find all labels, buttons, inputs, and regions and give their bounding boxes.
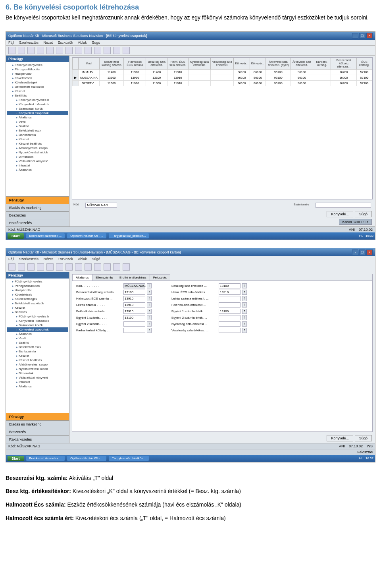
undo-icon[interactable] bbox=[56, 47, 63, 54]
tree-item[interactable]: Afakönyvelési csopo bbox=[7, 362, 68, 367]
menu-file[interactable]: Fájl bbox=[8, 41, 14, 44]
button-konyvele[interactable]: Könyvelé... bbox=[327, 211, 353, 217]
copy-icon[interactable] bbox=[37, 47, 44, 54]
field-input[interactable] bbox=[219, 328, 241, 333]
table-cell[interactable]: 57100 bbox=[356, 81, 372, 86]
table-cell[interactable]: 13100 bbox=[146, 75, 167, 81]
lookup-icon[interactable]: ⭡ bbox=[242, 328, 247, 333]
nav-tree[interactable]: Főkönyvi könyvelésPénzgazdálkodásHázipén… bbox=[6, 62, 69, 196]
field-input[interactable] bbox=[219, 315, 241, 320]
list-icon[interactable] bbox=[85, 47, 92, 54]
table-cell[interactable]: 86100 bbox=[250, 70, 266, 75]
detail-input-kod[interactable]: MŰSZAK.NAG bbox=[85, 203, 117, 208]
tree-item[interactable]: Számozási körök bbox=[7, 323, 68, 327]
start-button[interactable]: Start bbox=[8, 233, 24, 239]
table-cell[interactable]: 11910 bbox=[124, 70, 146, 75]
table-cell[interactable] bbox=[210, 70, 233, 75]
table-cell[interactable]: 96100 bbox=[291, 75, 313, 81]
menu-tools[interactable]: Eszközök bbox=[58, 257, 73, 261]
tree-item[interactable]: Pénzgazdálkodás bbox=[7, 67, 68, 72]
menu-edit[interactable]: Szerkesztés bbox=[19, 257, 38, 261]
lookup-icon[interactable]: ⭡ bbox=[147, 290, 152, 295]
field-input[interactable]: 13910 bbox=[123, 309, 145, 314]
tree-item[interactable]: Főkönyvi könyvelés b bbox=[7, 98, 68, 102]
lookup-icon[interactable]: ⭡ bbox=[242, 296, 247, 301]
tree-item[interactable]: Vállalatközi könyvelé bbox=[7, 375, 68, 380]
nav-button-eladas[interactable]: Eladás és marketing bbox=[6, 420, 69, 428]
table-cell[interactable] bbox=[188, 81, 210, 86]
grid-header[interactable]: Könyvér... bbox=[250, 58, 266, 70]
grid-header[interactable]: Karbant. költség. bbox=[313, 58, 331, 70]
menu-file[interactable]: Fájl bbox=[8, 257, 14, 261]
lookup-icon[interactable]: ⭡ bbox=[147, 321, 152, 327]
minimize-button[interactable]: - bbox=[352, 33, 358, 39]
lookup-icon[interactable]: ⭡ bbox=[242, 290, 247, 295]
nav-first-icon[interactable] bbox=[94, 47, 101, 54]
table-cell[interactable]: IMMJAV... bbox=[79, 70, 100, 75]
tree-item[interactable]: Készlet beállítás bbox=[7, 141, 68, 146]
table-cell[interactable]: 86100 bbox=[250, 75, 266, 81]
table-cell[interactable]: 86100 bbox=[234, 75, 250, 81]
nav-tree[interactable]: Főkönyvi könyvelésPénzgazdálkodásHázipén… bbox=[6, 279, 69, 413]
paste-icon[interactable] bbox=[46, 47, 54, 54]
maximize-button[interactable]: ▢ bbox=[359, 250, 366, 255]
menu-window[interactable]: Ablak bbox=[78, 257, 87, 261]
lookup-icon[interactable]: ⭡ bbox=[147, 302, 152, 308]
grid-header[interactable]: Nyereség szla értékesít. bbox=[188, 58, 210, 70]
tree-item[interactable]: Könyvelési csoportok bbox=[7, 327, 68, 332]
field-input[interactable]: 13100 bbox=[123, 290, 145, 295]
task-item[interactable]: Tárgyieszköz_kézikön... bbox=[109, 233, 149, 238]
start-button[interactable]: Start bbox=[8, 456, 24, 461]
detail-input-szamla[interactable] bbox=[316, 203, 371, 208]
table-cell[interactable]: 16200 bbox=[331, 81, 356, 86]
grid-header[interactable]: Beszerzési költség számla bbox=[99, 58, 124, 70]
grid-header[interactable]: Halm. ÉCS szla értékes. bbox=[167, 58, 189, 70]
lookup-icon[interactable]: ⭡ bbox=[147, 283, 152, 288]
field-input[interactable]: 13100 bbox=[123, 315, 145, 320]
close-button[interactable]: × bbox=[366, 250, 373, 255]
field-input[interactable]: 13100 bbox=[219, 309, 241, 314]
task-item[interactable]: Optiform Naptár Kft - ... bbox=[67, 456, 106, 461]
task-item[interactable]: Tárgyieszköz_kézikön... bbox=[109, 456, 149, 461]
paste-icon[interactable] bbox=[46, 263, 54, 271]
table-cell[interactable]: 11300 bbox=[99, 81, 124, 86]
keyhint-button[interactable]: Karton SHIFT+F5 bbox=[339, 219, 372, 225]
tree-item[interactable]: Házipénztár bbox=[7, 288, 68, 292]
table-cell[interactable]: 57100 bbox=[356, 70, 372, 75]
nav-next-icon[interactable] bbox=[113, 263, 120, 271]
tree-item[interactable]: Bankszámla bbox=[7, 133, 68, 137]
grid-header[interactable]: Besz.ktg szla értékesít. bbox=[146, 58, 167, 70]
table-cell[interactable]: 13910 bbox=[167, 75, 189, 81]
tree-item[interactable]: Készlet bbox=[7, 89, 68, 93]
table-cell[interactable]: 11400 bbox=[146, 70, 167, 75]
field-input[interactable] bbox=[219, 296, 241, 301]
button-sugo[interactable]: Súgó bbox=[355, 211, 372, 217]
grid-header[interactable]: Árbevétel szla értékesít. (nyer) bbox=[266, 58, 291, 70]
close-button[interactable]: × bbox=[366, 33, 373, 39]
tree-item[interactable]: Afakönyvelési csopo bbox=[7, 146, 68, 150]
table-cell[interactable] bbox=[210, 75, 233, 81]
table-cell[interactable]: 86100 bbox=[234, 70, 250, 75]
tree-item[interactable]: Kötelezettségek bbox=[7, 80, 68, 85]
tree-item[interactable]: Könyvelési időszakok bbox=[7, 102, 68, 106]
nav-prev-icon[interactable] bbox=[104, 263, 111, 271]
tree-item[interactable]: Befektetett eszközök bbox=[7, 85, 68, 89]
lookup-icon[interactable]: ⭡ bbox=[147, 315, 152, 320]
delete-icon[interactable] bbox=[65, 263, 73, 271]
field-input[interactable]: 13100 bbox=[219, 283, 241, 288]
tree-item[interactable]: Főkönyvi könyvelés b bbox=[7, 314, 68, 319]
tree-item[interactable]: Bankszámla bbox=[7, 349, 68, 354]
minimize-button[interactable]: - bbox=[352, 250, 358, 255]
task-item[interactable]: Beérkezett üzenetek ... bbox=[26, 233, 65, 238]
table-cell[interactable]: 16200 bbox=[331, 70, 356, 75]
copy-icon[interactable] bbox=[37, 263, 44, 271]
undo-icon[interactable] bbox=[56, 263, 63, 271]
tree-item[interactable]: Befektetett eszk bbox=[7, 128, 68, 133]
table-cell[interactable]: 16200 bbox=[331, 75, 356, 81]
tree-item[interactable]: Beállítás bbox=[7, 310, 68, 314]
find-icon[interactable] bbox=[75, 47, 82, 54]
nav-button-penzugy[interactable]: Pénzügy bbox=[6, 413, 69, 420]
button-konyvele[interactable]: Könyvelé... bbox=[327, 435, 353, 441]
lookup-icon[interactable]: ⭡ bbox=[242, 309, 247, 314]
table-row[interactable]: SZOFTV...1130011910113001191086100861009… bbox=[73, 81, 372, 86]
